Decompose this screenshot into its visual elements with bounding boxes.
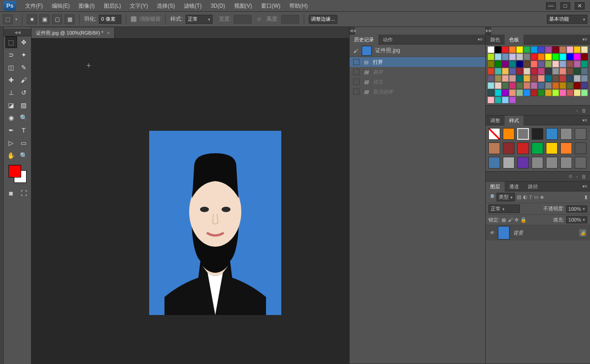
swatch[interactable] — [567, 75, 573, 82]
swatch[interactable] — [559, 89, 566, 96]
swatch[interactable] — [516, 82, 523, 89]
style-swatch[interactable] — [546, 142, 558, 154]
style-swatch[interactable] — [517, 142, 529, 154]
lock-pixels-icon[interactable]: 🖌 — [508, 217, 513, 222]
history-checkbox[interactable] — [353, 79, 359, 85]
hand-tool[interactable]: ✋ — [5, 150, 17, 161]
swatch[interactable] — [545, 46, 552, 53]
fill-input[interactable]: 100%▾ — [566, 216, 587, 223]
workspace-selector[interactable]: 基本功能♦ — [547, 15, 587, 24]
document-tab[interactable]: 证件照.jpg @ 100%(RGB/8#) * × — [31, 27, 115, 38]
shape-tool[interactable]: ▭ — [18, 137, 30, 149]
swatch[interactable] — [552, 61, 559, 67]
swatch[interactable] — [538, 61, 545, 67]
swatch[interactable] — [559, 75, 566, 82]
swatch[interactable] — [488, 75, 494, 82]
swatch[interactable] — [488, 82, 494, 89]
swatch[interactable] — [502, 68, 509, 75]
style-swatch[interactable] — [560, 128, 572, 140]
minimize-button[interactable]: — — [546, 2, 556, 9]
swatch[interactable] — [567, 68, 573, 75]
swatch[interactable] — [567, 53, 573, 60]
swatch[interactable] — [516, 89, 523, 96]
menu-item[interactable]: 图像(I) — [74, 0, 99, 12]
feather-input[interactable] — [99, 15, 121, 24]
lock-all-icon[interactable]: 🔒 — [520, 217, 527, 223]
swatch[interactable] — [523, 61, 530, 67]
swatch[interactable] — [581, 46, 588, 53]
lock-position-icon[interactable]: ✥ — [515, 217, 519, 223]
swatch[interactable] — [531, 89, 537, 96]
style-swatch[interactable] — [488, 157, 500, 169]
close-button[interactable]: ✕ — [575, 2, 585, 9]
swatch[interactable] — [495, 53, 501, 60]
swatch[interactable] — [552, 89, 559, 96]
swatch[interactable] — [509, 82, 516, 89]
swatch[interactable] — [574, 68, 581, 75]
swatch[interactable] — [559, 82, 566, 89]
swatch[interactable] — [495, 89, 501, 96]
selection-add-icon[interactable]: ▣ — [40, 14, 49, 24]
menu-item[interactable]: 帮助(H) — [285, 0, 312, 12]
style-swatch[interactable] — [488, 128, 500, 140]
swatch[interactable] — [516, 75, 523, 82]
swatch[interactable] — [567, 61, 573, 67]
style-swatch[interactable] — [575, 142, 586, 154]
tab-channels[interactable]: 通道 — [505, 182, 523, 191]
refine-edge-button[interactable]: 调整边缘... — [309, 15, 337, 24]
swatch[interactable] — [495, 46, 501, 53]
style-swatch[interactable] — [488, 142, 500, 154]
style-swatch[interactable] — [517, 157, 529, 169]
menu-item[interactable]: 图层(L) — [99, 0, 126, 12]
filter-adjust-icon[interactable]: ◐ — [523, 194, 528, 200]
swatch[interactable] — [488, 97, 494, 103]
zoom-tool[interactable]: 🔍 — [18, 150, 30, 161]
swatch[interactable] — [531, 61, 537, 67]
panel-collapse[interactable]: ◀◀ — [350, 27, 355, 35]
history-checkbox[interactable] — [353, 59, 359, 65]
quickmask-button[interactable]: ◙ — [5, 187, 17, 199]
tab-color[interactable]: 颜色 — [486, 35, 505, 44]
swatch[interactable] — [495, 97, 501, 103]
style-swatch[interactable] — [575, 157, 586, 169]
swatch[interactable] — [552, 53, 559, 60]
tab-actions[interactable]: 动作 — [378, 35, 397, 44]
swatch[interactable] — [523, 46, 530, 53]
swatch[interactable] — [509, 89, 516, 96]
lock-transparent-icon[interactable]: ▦ — [501, 217, 506, 223]
swatch[interactable] — [531, 82, 537, 89]
swatch[interactable] — [523, 53, 530, 60]
panel-menu-icon[interactable]: ▾≡ — [580, 37, 590, 42]
close-tab-icon[interactable]: × — [107, 30, 110, 36]
filter-toggle[interactable]: ▮ — [585, 194, 587, 200]
history-row[interactable]: ▤填充 — [350, 77, 485, 87]
menu-item[interactable]: 窗口(W) — [257, 0, 285, 12]
swatch[interactable] — [523, 89, 530, 96]
delete-swatch-icon[interactable]: 🗑 — [581, 108, 586, 113]
new-style-icon[interactable]: ▫ — [576, 174, 578, 179]
swatch[interactable] — [509, 61, 516, 67]
history-row[interactable]: ▤打开 — [350, 57, 485, 67]
swatch[interactable] — [538, 46, 545, 53]
swatch[interactable] — [488, 61, 494, 67]
swatch[interactable] — [538, 89, 545, 96]
visibility-icon[interactable]: 👁 — [489, 230, 494, 235]
swatch[interactable] — [574, 46, 581, 53]
selection-subtract-icon[interactable]: ▢ — [52, 14, 62, 24]
path-select-tool[interactable]: ▷ — [5, 137, 17, 149]
swatch[interactable] — [509, 53, 516, 60]
swatch[interactable] — [545, 61, 552, 67]
layer-filter-select[interactable]: 类型♦ — [497, 193, 515, 201]
swatch[interactable] — [488, 89, 494, 96]
delete-style-icon[interactable]: 🗑 — [581, 174, 586, 179]
tab-history[interactable]: 历史记录 — [350, 35, 378, 44]
swatch[interactable] — [502, 82, 509, 89]
healing-tool[interactable]: ✚ — [5, 74, 17, 86]
panel-menu-icon[interactable]: ▾≡ — [580, 118, 590, 123]
style-swatch[interactable] — [503, 128, 515, 140]
swatch[interactable] — [516, 61, 523, 67]
history-brush-tool[interactable]: ↺ — [18, 87, 30, 98]
screenmode-button[interactable]: ⛶ — [18, 187, 30, 199]
move-tool[interactable]: ✥ — [18, 36, 30, 48]
swatch[interactable] — [502, 61, 509, 67]
